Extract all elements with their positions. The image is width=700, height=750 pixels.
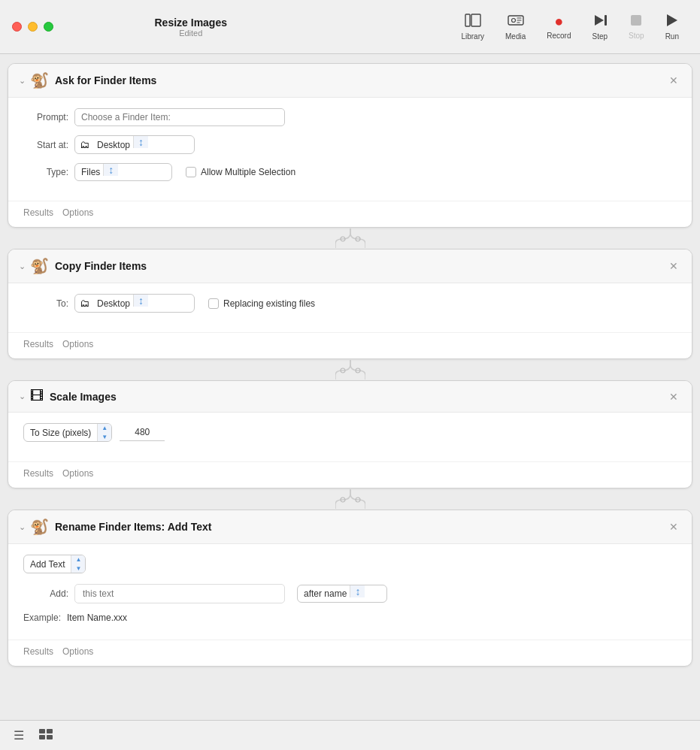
grid-view-button[interactable] xyxy=(35,726,57,745)
add-row: Add: after name ↕ xyxy=(23,584,677,603)
scale-type-text: To Size (pixels) xyxy=(24,425,97,441)
card4-header: ⌄ 🐒 Rename Finder Items: Add Text ✕ xyxy=(8,510,692,544)
run-icon xyxy=(666,14,678,29)
svg-rect-14 xyxy=(39,729,45,733)
card3-title: Scale Images xyxy=(50,391,666,403)
close-button[interactable] xyxy=(12,22,22,32)
position-select[interactable]: after name ↕ xyxy=(297,585,387,603)
card1-options-btn[interactable]: Options xyxy=(58,206,98,219)
library-label: Library xyxy=(461,32,484,41)
card4-close[interactable]: ✕ xyxy=(666,519,681,534)
card2-close[interactable]: ✕ xyxy=(666,259,681,274)
grid-view-icon xyxy=(39,729,53,742)
card1-footer: Results Options xyxy=(8,201,692,227)
start-at-folder-icon: 🗂 xyxy=(75,136,94,153)
card1-icon: 🐒 xyxy=(30,71,49,89)
card3-footer: Results Options xyxy=(8,461,692,488)
svg-marker-4 xyxy=(595,15,604,26)
add-type-arrow-up[interactable]: ▲ xyxy=(71,555,85,564)
media-button[interactable]: Media xyxy=(496,9,535,45)
svg-rect-6 xyxy=(631,15,641,26)
scale-type-select[interactable]: To Size (pixels) ▲ ▼ xyxy=(23,423,112,442)
record-button[interactable]: ● Record xyxy=(538,9,580,44)
type-value: Files xyxy=(75,164,103,180)
card3-body: To Size (pixels) ▲ ▼ xyxy=(8,413,692,455)
scale-stepper-arrows[interactable]: ▲ ▼ xyxy=(97,424,111,441)
add-type-text: Add Text xyxy=(24,556,71,573)
svg-rect-1 xyxy=(471,14,480,26)
card1-close[interactable]: ✕ xyxy=(666,73,681,88)
replacing-label: Replacing existing files xyxy=(223,298,315,309)
traffic-lights xyxy=(12,22,53,32)
scale-arrow-up[interactable]: ▲ xyxy=(98,424,111,433)
start-at-row: Start at: 🗂 Desktop ↕ xyxy=(23,135,677,154)
to-arrow[interactable]: ↕ xyxy=(133,295,148,307)
prompt-row: Prompt: xyxy=(23,108,677,126)
prompt-input[interactable] xyxy=(74,108,285,126)
connector-2 xyxy=(8,359,692,380)
card2-title: Copy Finder Items xyxy=(55,260,666,272)
card3-results-btn[interactable]: Results xyxy=(19,467,58,480)
card2-icon: 🐒 xyxy=(30,257,49,275)
card2-options-btn[interactable]: Options xyxy=(58,337,98,351)
stop-button[interactable]: Stop xyxy=(620,10,653,44)
card3-close[interactable]: ✕ xyxy=(666,389,681,404)
connector-1 xyxy=(8,228,692,249)
start-at-arrow[interactable]: ↕ xyxy=(133,136,148,148)
type-select[interactable]: Files ↕ xyxy=(74,163,172,181)
to-folder-icon: 🗂 xyxy=(75,295,94,312)
bottom-toolbar: ☰ xyxy=(0,720,700,750)
card1-header: ⌄ 🐒 Ask for Finder Items ✕ xyxy=(8,64,692,98)
to-select[interactable]: 🗂 Desktop ↕ xyxy=(74,294,195,313)
card-scale-images: ⌄ 🎞 Scale Images ✕ To Size (pixels) ▲ ▼ … xyxy=(8,380,692,488)
example-row: Example: Item Name.xxx xyxy=(23,612,677,623)
add-text-input[interactable] xyxy=(74,584,285,603)
svg-marker-7 xyxy=(667,14,677,26)
stop-label: Stop xyxy=(629,32,644,40)
position-value: after name xyxy=(298,585,350,602)
card3-chevron[interactable]: ⌄ xyxy=(19,392,26,401)
scale-arrow-down[interactable]: ▼ xyxy=(98,433,111,442)
run-button[interactable]: Run xyxy=(656,9,688,45)
add-type-arrows[interactable]: ▲ ▼ xyxy=(71,555,85,573)
to-label: To: xyxy=(23,298,68,309)
type-arrow[interactable]: ↕ xyxy=(103,164,118,176)
card4-options-btn[interactable]: Options xyxy=(58,645,98,658)
card2-footer: Results Options xyxy=(8,332,692,358)
step-button[interactable]: Step xyxy=(583,9,617,45)
card1-body: Prompt: Start at: 🗂 Desktop ↕ Type: File… xyxy=(8,98,692,195)
run-label: Run xyxy=(665,32,679,41)
step-icon xyxy=(593,14,607,29)
to-row: To: 🗂 Desktop ↕ Replacing existing files xyxy=(23,294,677,313)
card2-results-btn[interactable]: Results xyxy=(19,337,58,351)
svg-rect-17 xyxy=(47,735,53,739)
replacing-checkbox[interactable] xyxy=(208,298,219,309)
card-ask-finder-items: ⌄ 🐒 Ask for Finder Items ✕ Prompt: Start… xyxy=(8,63,692,228)
allow-multiple-checkbox[interactable] xyxy=(186,167,196,177)
card1-chevron[interactable]: ⌄ xyxy=(19,76,26,86)
record-label: Record xyxy=(547,32,571,40)
card4-chevron[interactable]: ⌄ xyxy=(19,522,26,532)
add-type-arrow-down[interactable]: ▼ xyxy=(71,564,85,573)
svg-rect-16 xyxy=(39,735,45,739)
start-at-label: Start at: xyxy=(23,140,68,150)
example-label: Example: xyxy=(23,612,61,623)
card3-options-btn[interactable]: Options xyxy=(58,467,98,480)
scale-value-input[interactable] xyxy=(120,424,165,441)
maximize-button[interactable] xyxy=(44,22,53,32)
add-type-select[interactable]: Add Text ▲ ▼ xyxy=(23,555,86,573)
app-title: Resize Images Edited xyxy=(155,17,228,38)
card-rename-finder-items: ⌄ 🐒 Rename Finder Items: Add Text ✕ Add … xyxy=(8,510,692,667)
minimize-button[interactable] xyxy=(28,22,38,32)
library-button[interactable]: Library xyxy=(452,9,493,45)
media-label: Media xyxy=(505,32,526,41)
list-view-button[interactable]: ☰ xyxy=(9,725,29,745)
card4-results-btn[interactable]: Results xyxy=(19,645,58,658)
start-at-select[interactable]: 🗂 Desktop ↕ xyxy=(74,135,195,154)
card2-chevron[interactable]: ⌄ xyxy=(19,262,26,271)
position-arrow[interactable]: ↕ xyxy=(350,585,365,597)
allow-multiple-wrapper: Allow Multiple Selection xyxy=(186,167,295,177)
start-at-value: Desktop xyxy=(94,137,133,153)
svg-rect-5 xyxy=(605,15,607,26)
card1-results-btn[interactable]: Results xyxy=(19,206,58,219)
